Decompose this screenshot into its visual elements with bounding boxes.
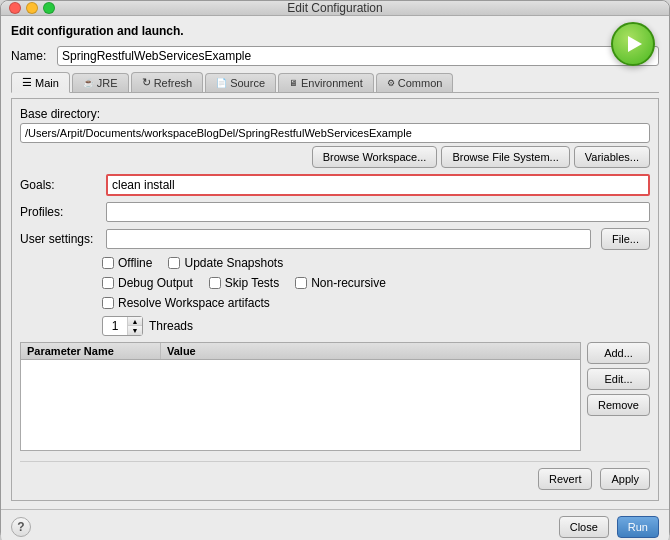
refresh-tab-icon: ↻: [142, 76, 151, 89]
resolve-workspace-checkbox-item: Resolve Workspace artifacts: [102, 296, 270, 310]
non-recursive-label: Non-recursive: [311, 276, 386, 290]
resolve-workspace-label: Resolve Workspace artifacts: [118, 296, 270, 310]
main-panel: Base directory: Browse Workspace... Brow…: [11, 98, 659, 501]
threads-label: Threads: [149, 319, 193, 333]
edit-configuration-dialog: Edit Configuration Edit configuration an…: [0, 0, 670, 540]
close-dialog-button[interactable]: Close: [559, 516, 609, 538]
base-directory-row: [20, 123, 650, 143]
environment-tab-icon: 🖥: [289, 78, 298, 88]
action-buttons-row: Revert Apply: [20, 461, 650, 492]
debug-output-label: Debug Output: [118, 276, 193, 290]
base-directory-input[interactable]: [20, 123, 650, 143]
tab-environment[interactable]: 🖥 Environment: [278, 73, 374, 92]
non-recursive-checkbox[interactable]: [295, 277, 307, 289]
footer-buttons: Close Run: [559, 516, 659, 538]
add-button[interactable]: Add...: [587, 342, 650, 364]
variables-button[interactable]: Variables...: [574, 146, 650, 168]
debug-output-checkbox-item: Debug Output: [102, 276, 193, 290]
tab-refresh[interactable]: ↻ Refresh: [131, 72, 204, 92]
profiles-label: Profiles:: [20, 205, 100, 219]
spinner-down-button[interactable]: ▼: [128, 326, 142, 335]
column-header-name: Parameter Name: [21, 343, 161, 359]
goals-label: Goals:: [20, 178, 100, 192]
offline-checkbox-item: Offline: [102, 256, 152, 270]
source-tab-label: Source: [230, 77, 265, 89]
name-row: Name:: [11, 46, 659, 66]
update-snapshots-checkbox-item: Update Snapshots: [168, 256, 283, 270]
jre-tab-icon: ☕: [83, 78, 94, 88]
profiles-row: Profiles:: [20, 202, 650, 222]
tab-bar: ☰ Main ☕ JRE ↻ Refresh 📄 Source 🖥 Enviro…: [11, 72, 659, 93]
header-description: Edit configuration and launch.: [11, 24, 184, 38]
apply-button[interactable]: Apply: [600, 468, 650, 490]
refresh-tab-label: Refresh: [154, 77, 193, 89]
browse-filesystem-button[interactable]: Browse File System...: [441, 146, 569, 168]
remove-button[interactable]: Remove: [587, 394, 650, 416]
browse-buttons-row: Browse Workspace... Browse File System..…: [20, 146, 650, 168]
browse-workspace-button[interactable]: Browse Workspace...: [312, 146, 438, 168]
debug-output-checkbox[interactable]: [102, 277, 114, 289]
table-with-buttons: Parameter Name Value Add... Edit... Remo…: [20, 342, 650, 451]
base-directory-section: Base directory: Browse Workspace... Brow…: [20, 107, 650, 168]
resolve-workspace-checkbox[interactable]: [102, 297, 114, 309]
skip-tests-checkbox-item: Skip Tests: [209, 276, 279, 290]
jre-tab-label: JRE: [97, 77, 118, 89]
titlebar: Edit Configuration: [1, 1, 669, 16]
edit-button[interactable]: Edit...: [587, 368, 650, 390]
goals-row: Goals:: [20, 174, 650, 196]
threads-row: ▲ ▼ Threads: [102, 316, 650, 336]
source-tab-icon: 📄: [216, 78, 227, 88]
user-settings-row: User settings: File...: [20, 228, 650, 250]
main-tab-icon: ☰: [22, 76, 32, 89]
help-button[interactable]: ?: [11, 517, 31, 537]
window-title: Edit Configuration: [287, 1, 382, 15]
parameter-table-section: Parameter Name Value Add... Edit... Remo…: [20, 342, 650, 451]
skip-tests-label: Skip Tests: [225, 276, 279, 290]
checkboxes-row2: Debug Output Skip Tests Non-recursive: [102, 276, 650, 290]
tab-jre[interactable]: ☕ JRE: [72, 73, 129, 92]
offline-checkbox[interactable]: [102, 257, 114, 269]
common-tab-label: Common: [398, 77, 443, 89]
close-button[interactable]: [9, 2, 21, 14]
tab-source[interactable]: 📄 Source: [205, 73, 276, 92]
checkboxes-row3: Resolve Workspace artifacts: [102, 296, 650, 310]
name-input[interactable]: [57, 46, 659, 66]
column-header-value: Value: [161, 343, 580, 359]
tab-common[interactable]: ⚙ Common: [376, 73, 454, 92]
user-settings-input[interactable]: [106, 229, 591, 249]
run-dialog-button[interactable]: Run: [617, 516, 659, 538]
table-action-buttons: Add... Edit... Remove: [587, 342, 650, 451]
update-snapshots-checkbox[interactable]: [168, 257, 180, 269]
header-area: Edit configuration and launch.: [11, 24, 659, 38]
name-label: Name:: [11, 49, 51, 63]
table-body: [21, 360, 580, 450]
spinner-up-button[interactable]: ▲: [128, 317, 142, 326]
checkboxes-row1: Offline Update Snapshots: [102, 256, 650, 270]
update-snapshots-label: Update Snapshots: [184, 256, 283, 270]
maximize-button[interactable]: [43, 2, 55, 14]
revert-button[interactable]: Revert: [538, 468, 592, 490]
goals-input[interactable]: [106, 174, 650, 196]
skip-tests-checkbox[interactable]: [209, 277, 221, 289]
threads-value[interactable]: [103, 319, 127, 333]
main-tab-label: Main: [35, 77, 59, 89]
common-tab-icon: ⚙: [387, 78, 395, 88]
table-header: Parameter Name Value: [21, 343, 580, 360]
spinner-buttons: ▲ ▼: [127, 317, 142, 335]
base-directory-label: Base directory:: [20, 107, 650, 121]
tab-main[interactable]: ☰ Main: [11, 72, 70, 93]
non-recursive-checkbox-item: Non-recursive: [295, 276, 386, 290]
environment-tab-label: Environment: [301, 77, 363, 89]
run-button[interactable]: [611, 22, 655, 66]
file-button[interactable]: File...: [601, 228, 650, 250]
parameter-table: Parameter Name Value: [20, 342, 581, 451]
user-settings-label: User settings:: [20, 232, 100, 246]
offline-label: Offline: [118, 256, 152, 270]
dialog-content: Edit configuration and launch. Name: ☰ M…: [1, 16, 669, 509]
window-controls: [9, 2, 55, 14]
footer: ? Close Run: [1, 509, 669, 540]
minimize-button[interactable]: [26, 2, 38, 14]
profiles-input[interactable]: [106, 202, 650, 222]
threads-spinner: ▲ ▼: [102, 316, 143, 336]
